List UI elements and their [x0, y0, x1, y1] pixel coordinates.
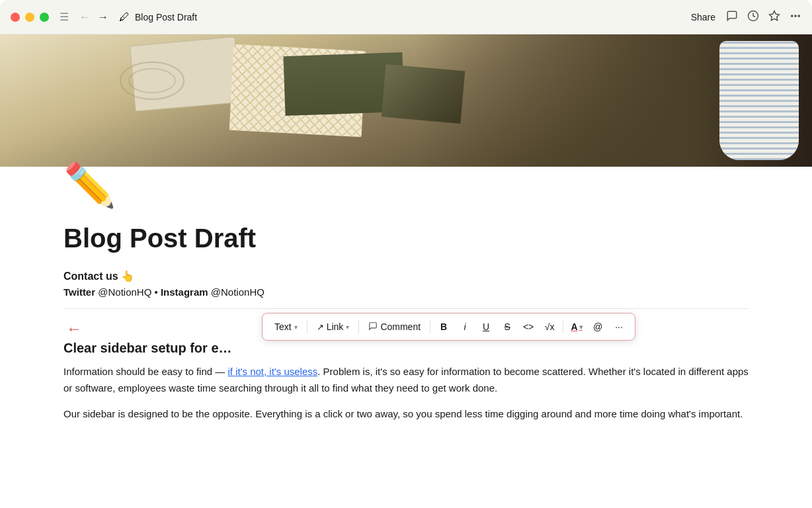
- floating-toolbar-container: Text ▾ ↗ Link ▾: [63, 319, 749, 338]
- toolbar-text-label: Text: [274, 321, 292, 332]
- svg-point-6: [129, 69, 175, 93]
- link-dropdown-arrow: ▾: [346, 323, 349, 331]
- toolbar-more-btn[interactable]: ···: [610, 318, 628, 336]
- body1-highlight: if it's not, it's useless: [227, 366, 317, 377]
- link-arrow-icon: ↗: [317, 322, 324, 332]
- toolbar-link-label: Link: [327, 321, 344, 332]
- titlebar-actions: Share: [691, 10, 801, 24]
- page-emoji-small: 🖊: [119, 11, 130, 23]
- collage-vase-pattern: [719, 41, 799, 160]
- color-a-label: A: [571, 321, 578, 332]
- contact-links: Twitter @NotionHQ • Instagram @NotionHQ: [63, 286, 749, 298]
- instagram-handle-text: @NotionHQ: [211, 286, 264, 298]
- toolbar-sep-2: [358, 320, 359, 333]
- svg-point-3: [795, 15, 796, 16]
- toolbar-strikethrough-btn[interactable]: S: [498, 318, 516, 336]
- toolbar-color-btn[interactable]: A ▾: [567, 318, 586, 336]
- contact-section: Contact us 👆 Twitter @NotionHQ • Instagr…: [63, 270, 749, 298]
- page-emoji: ✏️: [63, 161, 116, 209]
- toolbar-sep-1: [307, 320, 307, 333]
- svg-marker-1: [770, 11, 780, 20]
- contact-emoji: 👆: [121, 271, 134, 282]
- toolbar-underline-btn[interactable]: U: [477, 318, 495, 336]
- close-button[interactable]: [11, 13, 20, 22]
- nav-arrows: ← →: [77, 10, 111, 24]
- toolbar-comment-btn[interactable]: Comment: [363, 319, 426, 335]
- toolbar-math-btn[interactable]: √x: [540, 318, 559, 336]
- maximize-button[interactable]: [40, 13, 49, 22]
- menu-icon[interactable]: ☰: [60, 11, 69, 23]
- comment-icon[interactable]: [726, 10, 738, 24]
- page-emoji-wrapper: ✏️: [0, 153, 812, 206]
- floating-toolbar: Text ▾ ↗ Link ▾: [262, 313, 635, 341]
- section-heading-prefix: Clear sidebar setup for e: [63, 341, 219, 355]
- comment-bubble-icon: [368, 321, 378, 333]
- toolbar-bold-btn[interactable]: B: [434, 318, 453, 336]
- toolbar-sep-3: [430, 320, 430, 333]
- svg-point-5: [120, 62, 184, 99]
- titlebar-icons: [726, 10, 801, 24]
- svg-point-4: [798, 15, 799, 16]
- page-title: Blog Post Draft: [63, 222, 749, 254]
- toolbar-link-btn[interactable]: ↗ Link ▾: [311, 319, 355, 334]
- body-paragraph-2: Our sidebar is designed to be the opposi…: [63, 406, 749, 423]
- svg-point-2: [792, 15, 793, 16]
- page-title-label: Blog Post Draft: [135, 12, 197, 22]
- toolbar-italic-btn[interactable]: i: [456, 318, 474, 336]
- text-dropdown-arrow: ▾: [294, 323, 298, 331]
- body-paragraph-1: Information should be easy to find — if …: [63, 364, 749, 397]
- traffic-lights: [11, 13, 49, 22]
- color-dropdown-arrow: ▾: [579, 323, 583, 331]
- cover-image: [0, 34, 812, 167]
- twitter-handle-text: @NotionHQ: [98, 286, 151, 298]
- titlebar: ☰ ← → 🖊 Blog Post Draft Share: [0, 0, 812, 34]
- toolbar-mention-btn[interactable]: @: [589, 318, 607, 336]
- toolbar-comment-label: Comment: [380, 321, 421, 332]
- toolbar-sep-4: [563, 320, 563, 333]
- minimize-button[interactable]: [25, 13, 34, 22]
- page-body: Blog Post Draft Contact us 👆 Twitter @No…: [0, 206, 812, 458]
- more-options-icon[interactable]: [790, 10, 801, 24]
- collage-svg-1: [119, 61, 185, 101]
- contact-label-text: Contact us: [63, 271, 118, 282]
- forward-button[interactable]: →: [95, 10, 111, 24]
- instagram-label: Instagram: [161, 286, 208, 298]
- arrow-indicator: ←: [66, 319, 82, 338]
- body1-prefix: Information should be easy to find —: [63, 366, 227, 377]
- toolbar-text-dropdown[interactable]: Text ▾: [269, 319, 303, 334]
- contact-label: Contact us 👆: [63, 270, 749, 282]
- star-icon[interactable]: [768, 10, 780, 24]
- section-heading: Clear sidebar setup for e…: [63, 341, 749, 356]
- collage-vase: [719, 41, 799, 160]
- section-heading-wrapper: Text ▾ ↗ Link ▾: [63, 319, 749, 356]
- page-title-bar: 🖊 Blog Post Draft: [119, 11, 197, 23]
- section-heading-suffix: …: [219, 341, 232, 355]
- share-button[interactable]: Share: [691, 12, 715, 22]
- back-button[interactable]: ←: [77, 10, 93, 24]
- history-icon[interactable]: [747, 10, 759, 24]
- toolbar-code-btn[interactable]: <>: [519, 318, 538, 336]
- twitter-label: Twitter: [63, 286, 95, 298]
- section-divider: [63, 308, 749, 309]
- link-separator: •: [155, 286, 161, 298]
- main-content: ✏️ Blog Post Draft Contact us 👆 Twitter …: [0, 34, 812, 508]
